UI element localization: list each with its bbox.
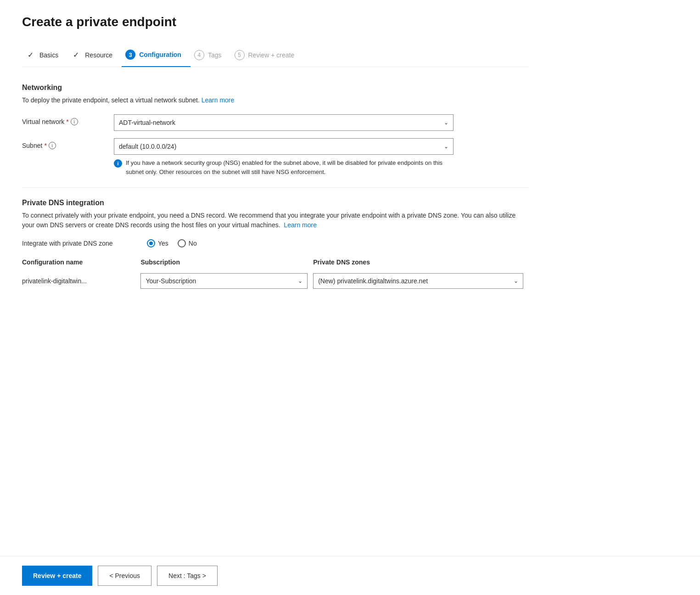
page-title: Create a private endpoint	[22, 15, 529, 29]
subnet-control: default (10.0.0.0/24) ⌄ i If you have a …	[114, 138, 529, 176]
subnet-label: Subnet * i	[22, 138, 114, 149]
wizard-step-resource[interactable]: ✓ Resource	[67, 45, 122, 67]
virtual-network-dropdown[interactable]: ADT-virtual-network ⌄	[114, 114, 454, 131]
dns-radio-no-outer	[178, 239, 186, 247]
wizard-steps: ✓ Basics ✓ Resource 3 Configuration 4 Ta…	[22, 44, 529, 67]
virtual-network-control: ADT-virtual-network ⌄	[114, 114, 529, 131]
virtual-network-row: Virtual network * i ADT-virtual-network …	[22, 114, 529, 131]
subnet-chevron: ⌄	[444, 143, 448, 150]
next-button[interactable]: Next : Tags >	[157, 566, 218, 586]
dns-section-title: Private DNS integration	[22, 199, 529, 207]
footer: Review + create < Previous Next : Tags >	[0, 556, 700, 595]
step-label-basics: Basics	[39, 51, 58, 59]
step-label-tags: Tags	[208, 51, 222, 59]
dns-radio-yes-inner	[149, 241, 153, 245]
wizard-step-basics[interactable]: ✓ Basics	[22, 45, 67, 67]
subnet-value: default (10.0.0.0/24)	[119, 143, 176, 150]
dns-learn-more[interactable]: Learn more	[284, 221, 317, 229]
dns-table: Configuration name Subscription Private …	[22, 255, 529, 292]
networking-title: Networking	[22, 84, 529, 92]
integrate-dns-row: Integrate with private DNS zone Yes No	[22, 239, 529, 247]
networking-section: Networking To deploy the private endpoin…	[22, 84, 529, 176]
dns-radio-group: Yes No	[147, 239, 197, 247]
section-divider	[22, 187, 529, 188]
nsg-info-box: i If you have a network security group (…	[114, 158, 454, 176]
dns-radio-yes[interactable]: Yes	[147, 239, 168, 247]
dns-radio-no-label: No	[189, 240, 197, 247]
dns-subscription-value: Your-Subscription	[146, 277, 196, 285]
dns-radio-no[interactable]: No	[178, 239, 197, 247]
virtual-network-required: *	[66, 118, 68, 125]
dns-col-name-header: Configuration name	[22, 255, 140, 269]
virtual-network-label: Virtual network * i	[22, 114, 114, 125]
wizard-step-tags[interactable]: 4 Tags	[190, 45, 231, 67]
dns-zone-dropdown[interactable]: (New) privatelink.digitaltwins.azure.net…	[313, 273, 523, 289]
dns-subscription-dropdown[interactable]: Your-Subscription ⌄	[140, 273, 308, 289]
step-label-review: Review + create	[248, 51, 295, 59]
nsg-info-text: If you have a network security group (NS…	[126, 158, 454, 176]
dns-col-sub-header: Subscription	[140, 255, 313, 269]
dns-zone-chevron: ⌄	[514, 278, 518, 284]
dns-section-desc: To connect privately with your private e…	[22, 211, 529, 230]
subnet-dropdown[interactable]: default (10.0.0.0/24) ⌄	[114, 138, 454, 155]
subnet-row: Subnet * i default (10.0.0.0/24) ⌄ i If …	[22, 138, 529, 176]
step-icon-basics: ✓	[26, 50, 36, 60]
dns-zone-value: (New) privatelink.digitaltwins.azure.net	[318, 277, 428, 285]
networking-learn-more[interactable]: Learn more	[202, 96, 235, 104]
step-label-resource: Resource	[85, 51, 112, 59]
dns-subscription-chevron: ⌄	[298, 278, 302, 284]
virtual-network-value: ADT-virtual-network	[119, 119, 175, 126]
integrate-dns-label: Integrate with private DNS zone	[22, 240, 141, 247]
step-icon-tags: 4	[194, 50, 204, 60]
wizard-step-configuration[interactable]: 3 Configuration	[122, 44, 190, 67]
virtual-network-info-icon[interactable]: i	[71, 118, 78, 125]
step-icon-resource: ✓	[71, 50, 81, 60]
dns-section: Private DNS integration To connect priva…	[22, 199, 529, 292]
review-create-button[interactable]: Review + create	[22, 566, 92, 586]
dns-config-name: privatelink-digitaltwin...	[22, 269, 140, 292]
dns-zone-cell: (New) privatelink.digitaltwins.azure.net…	[313, 269, 529, 292]
networking-desc: To deploy the private endpoint, select a…	[22, 95, 529, 105]
previous-button[interactable]: < Previous	[98, 566, 151, 586]
step-icon-configuration: 3	[125, 50, 135, 60]
dns-col-zone-header: Private DNS zones	[313, 255, 529, 269]
subnet-required: *	[44, 142, 46, 149]
step-label-configuration: Configuration	[139, 51, 181, 58]
dns-radio-yes-outer	[147, 239, 155, 247]
dns-subscription-cell: Your-Subscription ⌄	[140, 269, 313, 292]
nsg-info-circle-icon: i	[114, 159, 122, 168]
dns-table-row: privatelink-digitaltwin... Your-Subscrip…	[22, 269, 529, 292]
dns-radio-yes-label: Yes	[158, 240, 168, 247]
step-icon-review: 5	[235, 50, 245, 60]
wizard-step-review[interactable]: 5 Review + create	[231, 45, 304, 67]
virtual-network-chevron: ⌄	[444, 119, 448, 126]
subnet-info-icon[interactable]: i	[49, 142, 56, 149]
